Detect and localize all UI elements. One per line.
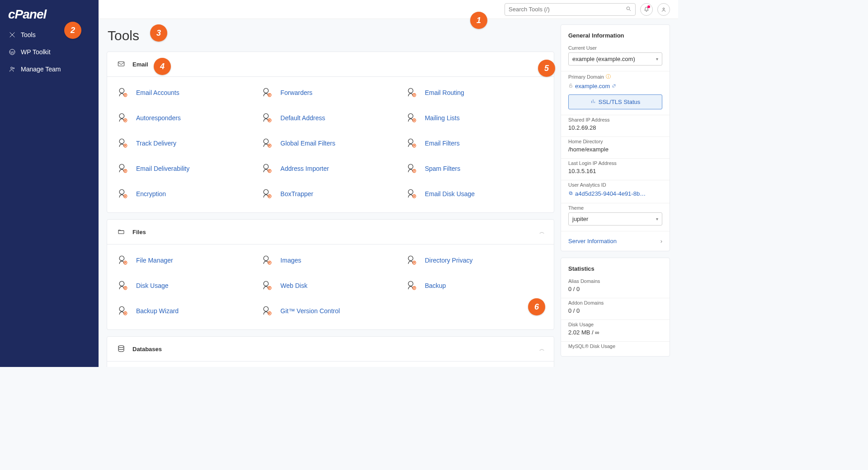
tool-item[interactable]: MySQL® Database Wizard	[405, 366, 545, 367]
tool-item[interactable]: Track Delivery	[116, 132, 256, 155]
tool-item[interactable]: Web Disk	[260, 274, 400, 297]
chevron-up-icon: ︿	[539, 345, 545, 353]
tool-item[interactable]: BoxTrapper	[260, 183, 400, 205]
svg-point-4	[663, 8, 665, 9]
tool-item[interactable]: Backup Wizard	[116, 300, 256, 322]
tool-label: BoxTrapper	[280, 190, 313, 197]
category-title: Files	[132, 229, 146, 235]
tool-icon	[260, 162, 274, 175]
category-header[interactable]: Email ︿	[107, 52, 554, 77]
tool-label: Web Disk	[280, 282, 307, 289]
tool-label: Disk Usage	[136, 282, 169, 289]
tool-icon	[260, 136, 274, 150]
tool-icon	[405, 86, 419, 99]
tool-item[interactable]: Email Routing	[405, 81, 545, 104]
sidebar-item-manageteam[interactable]: Manage Team	[0, 61, 99, 78]
sidebar-item-label: Tools	[21, 31, 36, 38]
unlock-icon	[568, 83, 573, 89]
stat-value: 0 / 0	[568, 307, 662, 314]
analytics-label: User Analytics ID	[568, 182, 662, 188]
ssl-status-button[interactable]: SSL/TLS Status	[568, 94, 662, 109]
sidebar-item-tools[interactable]: Tools	[0, 26, 99, 43]
tool-item[interactable]: Spam Filters	[405, 157, 545, 180]
tool-item[interactable]: Backup	[405, 274, 545, 297]
search-input[interactable]	[509, 6, 626, 13]
tool-icon	[116, 111, 130, 125]
svg-point-6	[119, 88, 124, 93]
sidebar: cPanel Tools WP Toolkit Manage Team	[0, 0, 99, 367]
category-header[interactable]: Files ︿	[107, 220, 554, 244]
stat-label: MySQL® Disk Usage	[568, 343, 662, 349]
tool-icon	[260, 279, 274, 292]
tool-item[interactable]: Default Address	[260, 107, 400, 129]
tool-item[interactable]: Email Accounts	[116, 81, 256, 104]
sidebar-item-wptoolkit[interactable]: WP Toolkit	[0, 43, 99, 61]
svg-point-50	[264, 306, 269, 311]
tool-item[interactable]: Images	[260, 249, 400, 272]
svg-point-42	[119, 281, 124, 286]
svg-point-8	[264, 88, 269, 93]
tool-icon	[116, 304, 130, 318]
svg-point-3	[627, 7, 630, 10]
tool-item[interactable]: Global Email Filters	[260, 132, 400, 155]
primary-domain-link[interactable]: example.com	[568, 83, 616, 89]
tool-item[interactable]: Email Deliverability	[116, 157, 256, 180]
tool-icon	[116, 86, 130, 99]
tool-item[interactable]: phpMyAdmin	[116, 366, 256, 367]
tool-item[interactable]: Disk Usage	[116, 274, 256, 297]
tool-label: Git™ Version Control	[280, 307, 340, 315]
tool-label: Email Disk Usage	[425, 190, 475, 197]
tool-icon	[116, 279, 130, 292]
tool-item[interactable]: Address Importer	[260, 157, 400, 180]
tool-item[interactable]: Email Filters	[405, 132, 545, 155]
tool-item[interactable]: Email Disk Usage	[405, 183, 545, 205]
sidebar-item-label: Manage Team	[21, 66, 61, 73]
general-info-panel: General Information Current User example…	[561, 24, 670, 251]
tool-item[interactable]: Autoresponders	[116, 107, 256, 129]
tool-item[interactable]: Mailing Lists	[405, 107, 545, 129]
tool-icon	[405, 279, 419, 292]
annotation-badge-1: 1	[470, 12, 487, 29]
team-icon	[8, 65, 16, 73]
chart-icon	[590, 99, 596, 105]
tool-item[interactable]: MySQL® Databases	[260, 366, 400, 367]
stat-label: Addon Domains	[568, 300, 662, 306]
server-information-link[interactable]: Server Information ›	[561, 231, 670, 251]
tool-item[interactable]: Git™ Version Control	[260, 300, 400, 322]
primary-domain-label: Primary Domain ⓘ	[568, 73, 662, 80]
tool-item[interactable]: Directory Privacy	[405, 249, 545, 272]
stat-label: Disk Usage	[568, 322, 662, 327]
category-email: Email ︿ Email AccountsForwardersEmail Ro…	[107, 52, 554, 213]
notifications-button[interactable]	[640, 3, 653, 16]
statistics-panel: Statistics Alias Domains0 / 0Addon Domai…	[561, 258, 670, 357]
home-dir-value: /home/example	[568, 146, 662, 153]
svg-point-40	[408, 256, 413, 261]
svg-point-0	[9, 49, 15, 55]
category-header[interactable]: Databases ︿	[107, 337, 554, 362]
tool-icon	[260, 254, 274, 267]
category-databases: Databases ︿ phpMyAdminMySQL® DatabasesMy…	[107, 336, 554, 367]
svg-point-34	[408, 189, 413, 194]
theme-select[interactable]: jupiter ▾	[568, 212, 662, 226]
stat-row: Alias Domains0 / 0	[561, 277, 670, 298]
tool-icon	[116, 136, 130, 150]
svg-point-30	[119, 189, 124, 194]
shared-ip-label: Shared IP Address	[568, 117, 662, 122]
svg-point-28	[408, 164, 413, 169]
tool-item[interactable]: Encryption	[116, 183, 256, 205]
chevron-down-icon: ▾	[656, 216, 658, 221]
last-login-value: 10.3.5.161	[568, 168, 662, 174]
tool-item[interactable]: Forwarders	[260, 81, 400, 104]
tool-label: Mailing Lists	[425, 114, 460, 122]
tool-label: Address Importer	[280, 165, 329, 172]
analytics-value[interactable]: a4d5d235-9404-4e91-8b74-96...	[568, 190, 647, 197]
tool-label: Global Email Filters	[280, 140, 335, 147]
info-icon: ⓘ	[606, 73, 611, 80]
current-user-select[interactable]: example (example.com) ▾	[568, 52, 662, 66]
tool-label: Encryption	[136, 190, 166, 197]
search-input-wrap[interactable]	[505, 3, 636, 16]
tool-item[interactable]: File Manager	[116, 249, 256, 272]
user-button[interactable]	[657, 3, 670, 16]
svg-point-14	[264, 113, 269, 118]
tool-label: Images	[280, 257, 301, 264]
